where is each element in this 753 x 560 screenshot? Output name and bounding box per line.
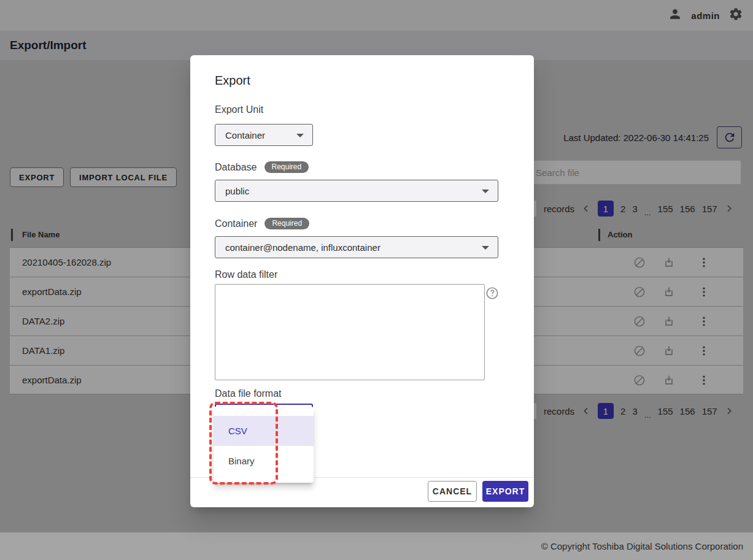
export-unit-value: Container	[225, 130, 265, 140]
database-label: Database Required	[215, 161, 309, 173]
screen: admin Export/Import EXPORT IMPORT LOCAL …	[0, 0, 753, 560]
export-confirm-button[interactable]: EXPORT	[482, 481, 528, 502]
database-value: public	[225, 186, 249, 196]
menu-option-binary[interactable]: Binary	[214, 446, 314, 476]
data-file-format-label: Data file format	[215, 388, 281, 399]
container-select[interactable]: container@nodename, influxcontainer	[215, 236, 498, 258]
dialog-title: Export	[215, 74, 250, 88]
export-unit-label: Export Unit	[215, 104, 263, 115]
help-icon[interactable]	[485, 286, 499, 300]
export-unit-select[interactable]: Container	[215, 124, 313, 146]
export-unit-label-text: Export Unit	[215, 104, 263, 115]
export-dialog: Export Export Unit Container Database Re…	[190, 55, 534, 507]
row-data-filter-label-text: Row data filter	[215, 269, 277, 280]
required-badge: Required	[265, 218, 309, 229]
data-file-format-menu: CSV Binary	[214, 407, 314, 483]
chevron-down-icon	[296, 134, 304, 137]
chevron-down-icon	[482, 190, 489, 193]
row-data-filter-label: Row data filter	[215, 269, 277, 280]
container-label: Container Required	[215, 218, 309, 229]
container-label-text: Container	[215, 218, 257, 229]
database-select[interactable]: public	[215, 180, 498, 202]
database-label-text: Database	[215, 162, 257, 173]
cancel-button[interactable]: CANCEL	[428, 481, 477, 502]
menu-option-csv[interactable]: CSV	[214, 416, 314, 446]
row-data-filter-textarea[interactable]	[215, 284, 485, 380]
required-badge: Required	[265, 161, 309, 173]
data-file-format-label-text: Data file format	[215, 388, 281, 399]
container-value: container@nodename, influxcontainer	[225, 242, 380, 253]
chevron-down-icon	[482, 246, 489, 250]
